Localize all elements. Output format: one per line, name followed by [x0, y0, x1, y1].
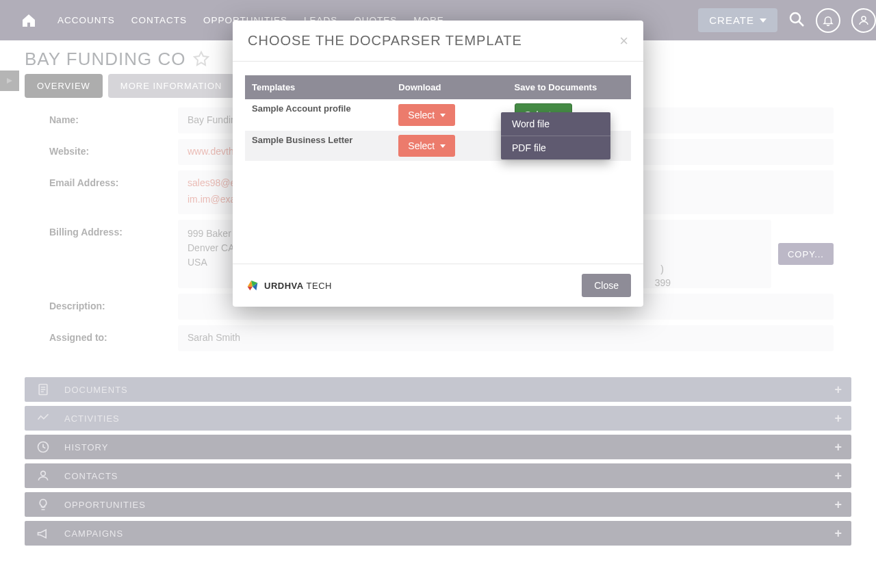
brand-logo: URDHVA TECH — [245, 278, 332, 293]
save-dropdown-menu: Word file PDF file — [501, 112, 610, 159]
caret-down-icon — [440, 144, 446, 148]
brand-bold: URDHVA — [264, 281, 304, 291]
select-label: Select — [408, 140, 435, 151]
th-templates: Templates — [245, 75, 391, 99]
brand-text: URDHVA TECH — [264, 281, 332, 291]
dropdown-item-pdf[interactable]: PDF file — [501, 136, 610, 159]
download-select-button[interactable]: Select — [398, 135, 455, 157]
dropdown-item-word[interactable]: Word file — [501, 112, 610, 136]
close-button[interactable]: Close — [582, 274, 631, 297]
template-name: Sample Account profile — [245, 99, 391, 131]
logo-icon — [245, 278, 260, 293]
caret-down-icon — [440, 114, 446, 117]
modal-title: CHOOSE THE DOCPARSER TEMPLATE — [248, 33, 522, 49]
select-label: Select — [408, 110, 435, 120]
th-download: Download — [391, 75, 507, 99]
modal-close-x[interactable]: × — [619, 34, 628, 49]
download-select-button[interactable]: Select — [398, 104, 455, 126]
docparser-modal: CHOOSE THE DOCPARSER TEMPLATE × Template… — [233, 21, 643, 307]
brand-light: TECH — [304, 281, 332, 291]
template-name: Sample Business Letter — [245, 131, 391, 161]
th-save: Save to Documents — [508, 75, 632, 99]
